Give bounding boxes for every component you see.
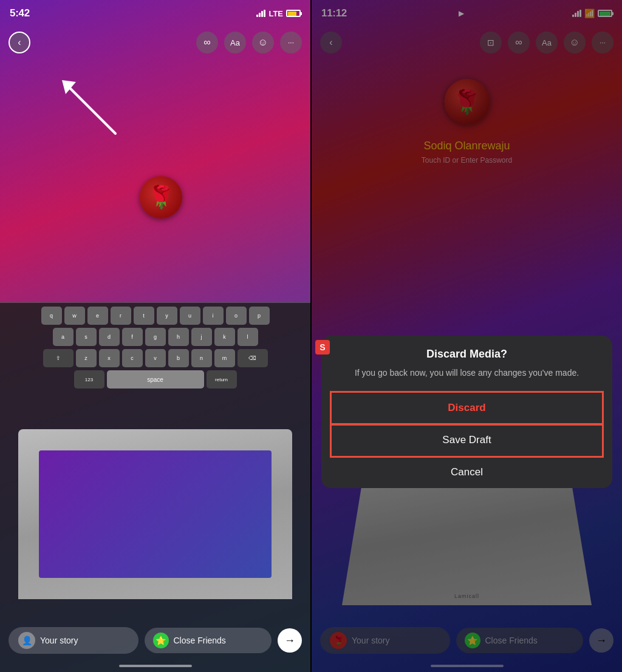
key-space[interactable]: space — [107, 370, 204, 389]
key-p[interactable]: p — [249, 307, 270, 325]
more-icon-1: ··· — [288, 38, 294, 47]
back-icon-1: ‹ — [18, 37, 21, 48]
screen-2: Lamicall 🌹 Sodiq Olanrewaju Touch ID or … — [312, 0, 622, 672]
key-k[interactable]: k — [214, 328, 235, 346]
key-v[interactable]: v — [145, 349, 166, 367]
dialog-overlay: Discard Media? If you go back now, you w… — [312, 0, 622, 672]
status-bar-1: 5:42 LTE — [0, 0, 310, 27]
key-n[interactable]: n — [191, 349, 212, 367]
save-draft-button[interactable]: Save Draft — [331, 424, 603, 456]
s-app-icon: S — [315, 340, 330, 355]
sticker-button-1[interactable]: ☺ — [252, 32, 274, 53]
laptop-screen — [39, 450, 272, 578]
key-backspace[interactable]: ⌫ — [238, 349, 268, 367]
your-story-button-1[interactable]: 👤 Your story — [9, 627, 138, 654]
dialog-title: Discard Media? — [331, 348, 603, 361]
more-button-1[interactable]: ··· — [280, 32, 302, 53]
key-s[interactable]: s — [76, 328, 97, 346]
key-j[interactable]: j — [191, 328, 212, 346]
rose-sticker: 🌹 — [140, 176, 182, 219]
battery-icon-1 — [286, 10, 301, 17]
bottom-bar-1: 👤 Your story ⭐ Close Friends → — [0, 627, 310, 654]
key-w[interactable]: w — [64, 307, 85, 325]
key-o[interactable]: o — [226, 307, 247, 325]
dialog-message: If you go back now, you will lose any ch… — [331, 367, 603, 379]
infinity-button-1[interactable]: ∞ — [196, 32, 218, 53]
key-y[interactable]: y — [157, 307, 177, 325]
home-indicator-1 — [119, 665, 192, 667]
key-u[interactable]: u — [180, 307, 200, 325]
key-shift[interactable]: ⇧ — [43, 349, 73, 367]
key-r[interactable]: r — [111, 307, 131, 325]
key-e[interactable]: e — [87, 307, 108, 325]
close-friends-button-1[interactable]: ⭐ Close Friends — [145, 628, 272, 653]
key-h[interactable]: h — [168, 328, 189, 346]
dialog-actions: Discard Save Draft Cancel — [331, 392, 603, 488]
sticker-icon-1: ☺ — [258, 37, 268, 48]
key-x[interactable]: x — [99, 349, 120, 367]
green-star-icon-1: ⭐ — [153, 633, 169, 648]
key-m[interactable]: m — [214, 349, 235, 367]
text-button-1[interactable]: Aa — [224, 32, 246, 53]
avatar-1: 👤 — [18, 632, 35, 649]
text-icon-1: Aa — [230, 38, 240, 47]
key-b[interactable]: b — [168, 349, 189, 367]
discard-media-dialog: Discard Media? If you go back now, you w… — [321, 336, 612, 488]
lte-label-1: LTE — [268, 9, 283, 18]
screen-1: q w e r t y u i o p a s d f g h j k l — [0, 0, 310, 672]
key-a[interactable]: a — [53, 328, 73, 346]
key-l[interactable]: l — [238, 328, 258, 346]
signal-icon-1 — [256, 10, 265, 17]
key-numbers[interactable]: 123 — [74, 370, 104, 389]
key-c[interactable]: c — [122, 349, 143, 367]
infinity-icon-1: ∞ — [203, 37, 210, 48]
key-q[interactable]: q — [41, 307, 62, 325]
key-i[interactable]: i — [203, 307, 224, 325]
your-story-label-1: Your story — [40, 636, 78, 645]
back-button-1[interactable]: ‹ — [9, 32, 30, 53]
next-button-1[interactable]: → — [278, 628, 302, 653]
battery-fill-1 — [288, 12, 296, 16]
cancel-button[interactable]: Cancel — [331, 456, 603, 488]
status-time-1: 5:42 — [10, 7, 30, 19]
discard-button[interactable]: Discard — [331, 392, 603, 424]
key-d[interactable]: d — [99, 328, 120, 346]
close-friends-label-1: Close Friends — [174, 636, 226, 645]
laptop-area — [18, 429, 292, 599]
toolbar-1: ‹ ∞ Aa ☺ ··· — [0, 27, 310, 58]
arrow-icon-1: → — [284, 634, 295, 647]
key-f[interactable]: f — [122, 328, 143, 346]
key-g[interactable]: g — [145, 328, 166, 346]
status-icons-1: LTE — [256, 9, 301, 18]
key-return[interactable]: return — [207, 370, 237, 389]
key-z[interactable]: z — [76, 349, 97, 367]
key-t[interactable]: t — [134, 307, 154, 325]
